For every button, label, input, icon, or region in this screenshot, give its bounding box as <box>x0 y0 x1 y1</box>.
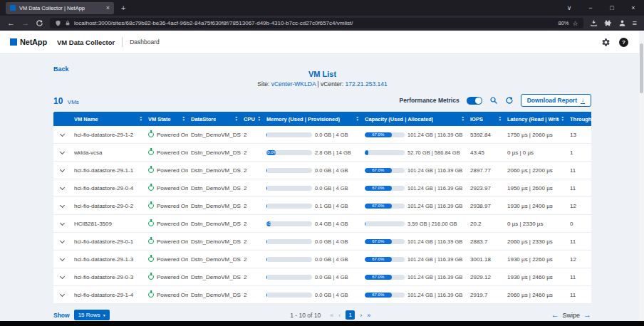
sort-icon[interactable]: ▲▼ <box>140 116 142 122</box>
zoom-indicator[interactable]: 80% <box>558 20 568 26</box>
expand-cell[interactable] <box>53 215 71 232</box>
datastore-cell: Dstn_DemoVM_DS01 <box>188 251 241 268</box>
current-page-button[interactable]: 1 <box>346 310 355 320</box>
table-row[interactable]: HCIB281-3509 Powered On Dstn_DemoVM_DS01… <box>53 215 591 233</box>
help-icon[interactable]: ? <box>619 38 628 47</box>
datastore-label: Dstn_DemoVM_DS01 <box>191 292 241 298</box>
vm-state-label: Powered On <box>157 256 188 263</box>
table-row[interactable]: wklda-vcsa Powered On Dstn_DemoVM_DS01 2… <box>53 144 591 162</box>
settings-gear-icon[interactable] <box>601 38 611 47</box>
expand-chevron-icon[interactable] <box>60 167 65 172</box>
datastore-label: Dstn_DemoVM_DS01 <box>191 132 241 138</box>
memory-cell: 0.0 GB | 4 GB <box>264 179 362 196</box>
list-tabs-icon[interactable]: ∨ <box>559 0 580 16</box>
expand-chevron-icon[interactable] <box>60 291 65 296</box>
expand-cell[interactable] <box>53 179 71 196</box>
column-header[interactable]: VM State▲▼ <box>145 112 188 126</box>
expand-chevron-icon[interactable] <box>60 256 65 261</box>
search-icon[interactable] <box>489 96 498 105</box>
vcenter-value-link[interactable]: 172.21.253.141 <box>346 80 388 88</box>
next-page-icon[interactable]: › <box>360 312 362 319</box>
sort-icon[interactable]: ▲▼ <box>235 116 238 122</box>
column-header[interactable]: IOPS▲▼ <box>467 112 504 126</box>
sort-icon[interactable]: ▲▼ <box>258 116 261 122</box>
address-bar[interactable]: localhost:3000/sites/68c79b82-be36-4acf-… <box>50 18 583 28</box>
url-text[interactable]: localhost:3000/sites/68c79b82-be36-4acf-… <box>74 20 554 26</box>
expand-chevron-icon[interactable] <box>60 273 65 278</box>
nav-item-dashboard[interactable]: Dashboard <box>130 38 160 46</box>
column-label: DataStore <box>191 116 216 122</box>
browser-tab[interactable]: VM Data Collector | NetApp × <box>6 2 114 14</box>
expand-chevron-icon[interactable] <box>60 202 65 207</box>
datastore-label: Dstn_DemoVM_DS01 <box>191 167 241 174</box>
expand-chevron-icon[interactable] <box>60 238 65 243</box>
table-row[interactable]: hci-fio-datastore-29-0-1 Powered On Dstn… <box>53 233 591 251</box>
column-header[interactable]: DataStore▲▼ <box>188 112 241 126</box>
last-page-icon[interactable]: » <box>367 312 370 319</box>
first-page-icon[interactable]: « <box>330 312 333 319</box>
back-icon[interactable]: ← <box>7 19 15 27</box>
profile-icon[interactable] <box>618 19 626 27</box>
table-row[interactable]: hci-fio-datastore-29-1-4 Powered On Dstn… <box>53 286 591 304</box>
expand-cell[interactable] <box>53 251 71 268</box>
extensions-puzzle-icon[interactable] <box>604 19 612 27</box>
table-row[interactable]: hci-fio-datastore-29-0-4 Powered On Dstn… <box>53 179 591 197</box>
prev-page-icon[interactable]: ‹ <box>338 312 341 319</box>
forward-icon[interactable]: → <box>21 19 29 27</box>
page-scrollbar[interactable] <box>639 31 644 321</box>
swipe-left-icon[interactable]: ← <box>551 311 559 319</box>
reload-icon[interactable] <box>36 19 43 27</box>
expand-cell[interactable] <box>53 268 71 285</box>
sort-icon[interactable]: ▲▼ <box>356 116 359 122</box>
cpu-cell: 2 <box>241 268 264 285</box>
vm-state-cell: Powered On <box>145 286 188 303</box>
column-header[interactable]: Throughput▲▼ <box>567 112 591 126</box>
sort-icon[interactable]: ▲▼ <box>182 116 185 122</box>
rows-per-page-select[interactable]: 15 Rows ▾ <box>74 310 110 320</box>
expand-cell[interactable] <box>53 197 71 214</box>
new-tab-button[interactable]: + <box>121 4 125 12</box>
tab-close-icon[interactable]: × <box>106 5 110 11</box>
download-report-button[interactable]: Download Report ↓ <box>521 94 591 107</box>
column-header[interactable]: Capacity (Used | Allocated)▲▼ <box>362 112 467 126</box>
table-row[interactable]: hci-fio-datastore-29-1-1 Powered On Dstn… <box>53 162 591 179</box>
column-header[interactable]: Latency (Read | Write)▲▼ <box>504 112 567 126</box>
memory-cell: 20.0% 2.8 GB | 14 GB <box>264 144 362 161</box>
expand-cell[interactable] <box>53 126 71 143</box>
minimize-button[interactable]: − <box>580 0 601 16</box>
performance-metrics-toggle[interactable] <box>467 97 482 105</box>
sort-icon[interactable]: ▲▼ <box>499 116 502 122</box>
bookmark-star-icon[interactable]: ☆ <box>573 20 578 27</box>
expand-chevron-icon[interactable] <box>60 149 65 154</box>
column-header[interactable]: Memory (Used | Provisioned)▲▼ <box>264 112 362 126</box>
sort-icon[interactable]: ▲▼ <box>561 116 564 122</box>
expand-chevron-icon[interactable] <box>60 184 65 189</box>
table-row[interactable]: hci-fio-datastore-29-0-2 Powered On Dstn… <box>53 197 591 215</box>
lock-icon[interactable] <box>65 20 71 26</box>
sort-icon[interactable]: ▲▼ <box>462 116 464 122</box>
column-header[interactable]: VM Name▲▼ <box>71 112 145 126</box>
tracking-protection-shield-icon[interactable] <box>55 20 61 26</box>
expand-chevron-icon[interactable] <box>60 220 65 225</box>
menu-icon[interactable]: ≡ <box>633 19 637 27</box>
swipe-right-icon[interactable]: → <box>583 311 591 319</box>
close-button[interactable]: × <box>623 0 644 16</box>
expand-cell[interactable] <box>53 286 71 303</box>
memory-percent-label: 10.0% <box>266 221 271 226</box>
scrollbar-thumb[interactable] <box>640 43 643 93</box>
expand-cell[interactable] <box>53 162 71 179</box>
iops-cell: 43.45 <box>467 144 504 161</box>
back-link[interactable]: Back <box>53 65 69 73</box>
table-row[interactable]: hci-fio-datastore-29-1-3 Powered On Dstn… <box>53 251 591 268</box>
table-row[interactable]: hci-fio-datastore-29-1-2 Powered On Dstn… <box>53 126 591 144</box>
memory-cell: 0.0 GB | 4 GB <box>264 162 362 179</box>
table-row[interactable]: hci-fio-datastore-29-0-3 Powered On Dstn… <box>53 268 591 286</box>
maximize-button[interactable]: □ <box>601 0 623 16</box>
expand-cell[interactable] <box>53 144 71 161</box>
expand-cell[interactable] <box>53 233 71 250</box>
downloads-icon[interactable] <box>590 19 598 27</box>
site-value-link[interactable]: vCenter-WKLDA <box>271 80 316 88</box>
expand-chevron-icon[interactable] <box>60 131 65 136</box>
column-header[interactable]: CPU▲▼ <box>241 112 264 126</box>
refresh-icon[interactable] <box>505 96 514 105</box>
